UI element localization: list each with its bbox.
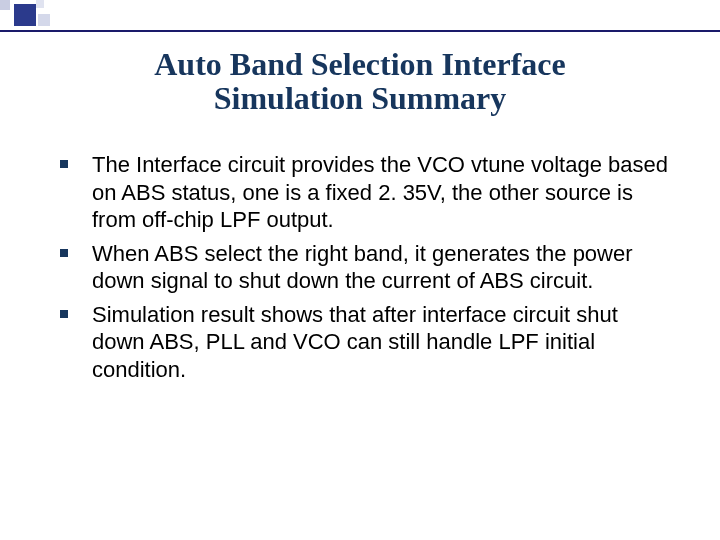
bullet-text: When ABS select the right band, it gener… (92, 240, 670, 295)
bullet-text: Simulation result shows that after inter… (92, 301, 670, 384)
list-item: When ABS select the right band, it gener… (60, 240, 670, 295)
deco-square-big (14, 4, 36, 26)
deco-square-small (38, 14, 50, 26)
bullet-icon (60, 310, 68, 318)
slide-body: The Interface circuit provides the VCO v… (60, 151, 670, 383)
slide-title: Auto Band Selection Interface Simulation… (0, 48, 720, 115)
list-item: Simulation result shows that after inter… (60, 301, 670, 384)
list-item: The Interface circuit provides the VCO v… (60, 151, 670, 234)
top-rule (0, 30, 720, 32)
slide-title-line2: Simulation Summary (214, 80, 506, 116)
slide-title-line1: Auto Band Selection Interface (154, 46, 566, 82)
bullet-text: The Interface circuit provides the VCO v… (92, 151, 670, 234)
bullet-icon (60, 249, 68, 257)
corner-decoration (0, 0, 60, 30)
bullet-icon (60, 160, 68, 168)
deco-square-small (36, 0, 44, 8)
deco-square-small (0, 0, 10, 10)
